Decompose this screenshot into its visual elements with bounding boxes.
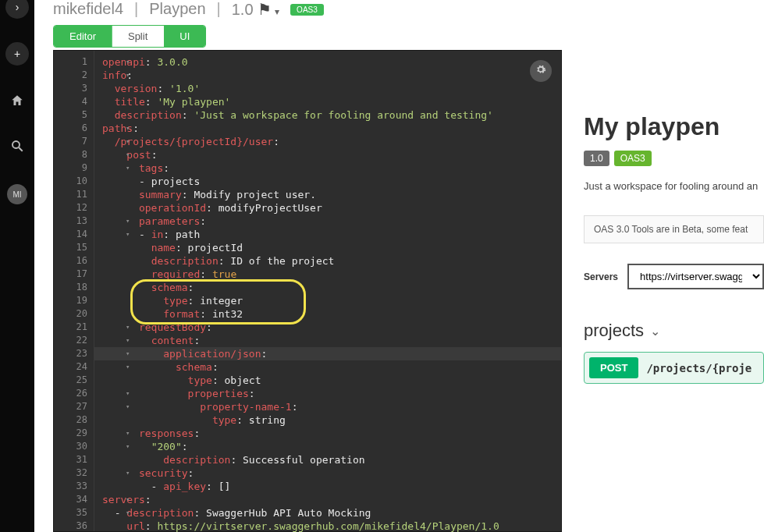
tab-editor[interactable]: Editor: [54, 26, 112, 47]
view-mode-tabs: Editor Split UI: [53, 25, 206, 48]
fold-toggle[interactable]: ▾: [126, 122, 130, 135]
breadcrumb-owner[interactable]: mikefidel4: [53, 0, 123, 18]
fold-toggle[interactable]: ▾: [126, 466, 130, 480]
flag-icon: ⚑: [258, 1, 272, 18]
fold-toggle[interactable]: ▾: [126, 321, 130, 334]
swagger-ui-preview: My playpen 1.0 OAS3 Just a workspace for…: [570, 50, 764, 532]
chevron-down-icon: ⌄: [650, 324, 660, 339]
fold-toggle[interactable]: ▾: [126, 334, 130, 347]
yaml-editor[interactable]: 1234567891011121314151617181920212223242…: [53, 50, 562, 532]
fold-toggle[interactable]: ▾: [126, 400, 130, 413]
fold-toggle[interactable]: ▾: [126, 387, 130, 400]
operation-row[interactable]: POST /projects/{proje: [584, 352, 764, 384]
version-badge: 1.0: [584, 151, 609, 166]
fold-toggle[interactable]: ▾: [126, 228, 130, 241]
fold-toggle[interactable]: ▾: [126, 215, 130, 228]
search-icon[interactable]: [10, 139, 24, 156]
tab-split[interactable]: Split: [112, 26, 164, 47]
home-icon[interactable]: [10, 94, 24, 111]
left-sidebar: › + MI: [0, 0, 34, 532]
plus-icon: +: [14, 48, 20, 60]
breadcrumb-separator: |: [134, 0, 138, 18]
api-description: Just a workspace for fooling around an: [584, 180, 764, 192]
fold-toggle[interactable]: ▾: [126, 69, 130, 82]
sidebar-new-button[interactable]: +: [5, 42, 29, 66]
oas3-badge: OAS3: [614, 151, 652, 166]
beta-notice: OAS 3.0 Tools are in Beta, some feat: [584, 215, 764, 243]
breadcrumb-version[interactable]: 1.0 ⚑▾: [232, 0, 279, 19]
svg-point-0: [12, 141, 20, 148]
breadcrumb-project[interactable]: Playpen: [149, 0, 205, 18]
chevron-right-icon: ›: [16, 1, 20, 13]
servers-label: Servers: [584, 271, 618, 282]
fold-toggle[interactable]: ▾: [126, 148, 130, 161]
fold-toggle[interactable]: ▾: [126, 360, 130, 374]
fold-toggle[interactable]: ▾: [126, 493, 130, 506]
tab-ui[interactable]: UI: [164, 26, 205, 47]
svg-line-1: [19, 147, 23, 151]
oas-badge: OAS3: [290, 4, 324, 16]
fold-toggle[interactable]: ▾: [126, 427, 130, 440]
fold-toggle[interactable]: ▾: [126, 506, 130, 520]
fold-toggle[interactable]: ▾: [126, 440, 130, 453]
fold-toggle[interactable]: ▾: [126, 161, 130, 175]
fold-toggle[interactable]: ▾: [126, 135, 130, 148]
sidebar-expand-button[interactable]: ›: [5, 0, 29, 19]
user-avatar[interactable]: MI: [7, 184, 27, 204]
breadcrumb: mikefidel4 | Playpen | 1.0 ⚑▾ OAS3: [34, 0, 764, 19]
tag-header-projects[interactable]: projects ⌄: [584, 321, 764, 341]
http-method-badge: POST: [589, 357, 638, 378]
api-title: My playpen: [584, 112, 764, 141]
chevron-down-icon: ▾: [275, 6, 279, 17]
fold-toggle[interactable]: ▾: [126, 347, 130, 360]
editor-gutter: 1234567891011121314151617181920212223242…: [54, 51, 94, 531]
editor-code[interactable]: ▾openapi: 3.0.0▾info: version: '1.0' tit…: [94, 51, 561, 531]
fold-toggle[interactable]: ▾: [126, 55, 130, 69]
breadcrumb-separator: |: [217, 0, 221, 18]
servers-dropdown[interactable]: https://virtserver.swagge: [627, 264, 764, 289]
operation-path: /projects/{proje: [646, 362, 752, 374]
